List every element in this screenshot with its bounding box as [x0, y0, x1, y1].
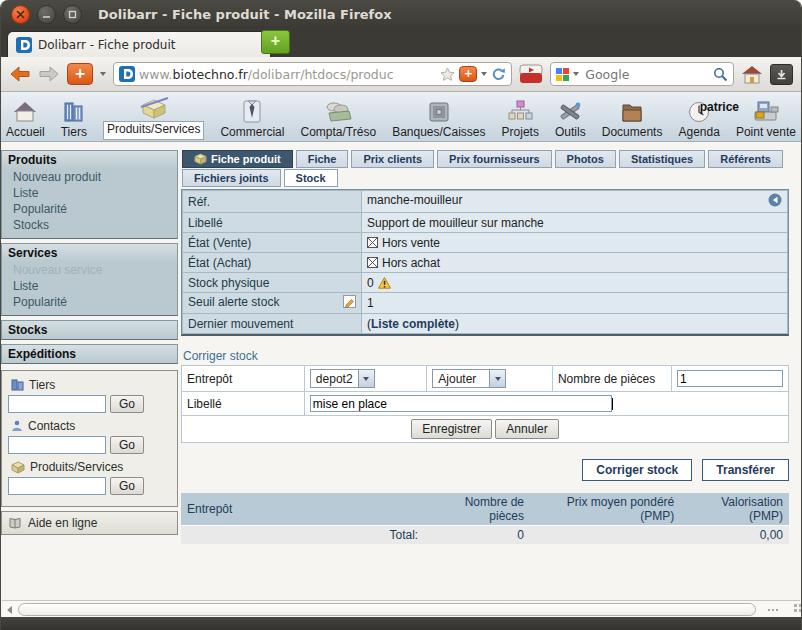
- warehouse-select[interactable]: depot2: [310, 369, 375, 388]
- browser-tab[interactable]: Dolibarr - Fiche produit: [7, 31, 271, 57]
- table-row: État (Vente) Hors vente: [183, 233, 788, 253]
- menu-banques-caisses[interactable]: Banques/Caisses: [391, 97, 486, 141]
- tab-prix-clients[interactable]: Prix clients: [351, 150, 434, 168]
- logged-in-user[interactable]: patrice: [700, 100, 739, 114]
- disabled-status-icon: [367, 257, 378, 268]
- menu-produits-services[interactable]: Produits/Services: [102, 93, 205, 141]
- table-row: Seuil alerte stock 1: [183, 293, 788, 314]
- menu-projets[interactable]: Projets: [501, 97, 540, 141]
- chevron-down-icon: [358, 370, 374, 387]
- resize-grip[interactable]: [794, 604, 797, 607]
- table-row: Stock physique 0: [183, 273, 788, 293]
- menu-documents[interactable]: Documents: [601, 97, 664, 141]
- sidebar-item-stocks[interactable]: Stocks: [2, 218, 177, 234]
- scrollbar-thumb[interactable]: [18, 603, 756, 616]
- qty-input[interactable]: [677, 370, 783, 387]
- downloads-button[interactable]: [770, 64, 793, 85]
- search-bar[interactable]: [550, 62, 734, 86]
- sidebar-section-title[interactable]: Services: [2, 244, 177, 262]
- table-row: Enregistrer Annuler: [182, 416, 789, 443]
- bookmark-star-icon[interactable]: [440, 67, 455, 82]
- search-products-go-button[interactable]: Go: [110, 477, 144, 495]
- sidebar-item-liste-produits[interactable]: Liste: [2, 186, 177, 202]
- tab-stock[interactable]: Stock: [284, 169, 338, 187]
- quick-add-button[interactable]: +: [67, 63, 93, 85]
- youtube-icon[interactable]: [519, 64, 543, 84]
- shirt-tie-icon: [240, 98, 264, 124]
- tab-statistiques[interactable]: Statistiques: [619, 150, 705, 168]
- add-bookmark-icon[interactable]: +: [459, 66, 477, 82]
- tab-fiche[interactable]: Fiche: [296, 150, 349, 168]
- menu-point-vente[interactable]: Point vente: [735, 97, 797, 141]
- menu-label: Documents: [602, 125, 663, 139]
- menu-commercial[interactable]: Commercial: [219, 97, 285, 141]
- sidebar-section-produits: Produits Nouveau produit Liste Popularit…: [1, 150, 178, 239]
- total-valuation: 0,00: [680, 526, 789, 545]
- reload-icon[interactable]: [491, 67, 506, 82]
- home-icon: [741, 65, 763, 84]
- field-value: 1: [362, 293, 788, 314]
- tab-prix-fournisseurs[interactable]: Prix fournisseurs: [437, 150, 551, 168]
- search-contacts-input[interactable]: [8, 436, 106, 454]
- back-circle-icon[interactable]: [768, 193, 782, 210]
- page-body: Produits Nouveau produit Liste Popularit…: [1, 142, 801, 603]
- direction-select[interactable]: Ajouter: [432, 369, 506, 388]
- search-products-input[interactable]: [8, 477, 106, 495]
- url-bar[interactable]: www.biotechno.fr/dolibarr/htdocs/produc …: [113, 62, 512, 86]
- search-contacts-go-button[interactable]: Go: [110, 436, 144, 454]
- label-input[interactable]: [310, 395, 612, 412]
- help-link[interactable]: Aide en ligne: [1, 511, 178, 535]
- window-maximize-button[interactable]: [63, 5, 82, 24]
- search-tiers-go-button[interactable]: Go: [110, 395, 144, 413]
- horizontal-scrollbar[interactable]: [2, 600, 800, 617]
- menu-compta-treso[interactable]: Compta/Tréso: [300, 97, 378, 141]
- tab-fiche-produit-title[interactable]: Fiche produit: [182, 150, 293, 168]
- cancel-button[interactable]: Annuler: [495, 419, 558, 439]
- save-button[interactable]: Enregistrer: [411, 419, 492, 439]
- quick-add-dropdown-icon[interactable]: [100, 72, 106, 76]
- back-button[interactable]: [9, 65, 31, 83]
- url-text[interactable]: www.biotechno.fr/dolibarr/htdocs/produc: [139, 67, 436, 82]
- scroll-left-arrow-icon[interactable]: [7, 606, 12, 614]
- sidebar-item-nouveau-produit[interactable]: Nouveau produit: [2, 170, 177, 186]
- menu-label: Compta/Tréso: [301, 125, 377, 139]
- home-button[interactable]: [741, 65, 763, 84]
- home-icon: [12, 98, 38, 124]
- tab-photos[interactable]: Photos: [555, 150, 616, 168]
- window-minimize-button[interactable]: [37, 5, 56, 24]
- menu-label: Agenda: [678, 125, 719, 139]
- new-tab-button[interactable]: +: [261, 30, 290, 54]
- field-value: Hors achat: [362, 253, 788, 273]
- menu-accueil[interactable]: Accueil: [5, 97, 46, 141]
- search-engine-dropdown-icon[interactable]: [573, 72, 579, 76]
- tab-referents[interactable]: Référents: [708, 150, 783, 168]
- transfer-button[interactable]: Transférer: [702, 459, 789, 481]
- text-cursor: [612, 398, 613, 410]
- sidebar-section-title[interactable]: Produits: [2, 151, 177, 169]
- sidebar-section-title[interactable]: Expéditions: [2, 345, 177, 363]
- sidebar-section-title[interactable]: Stocks: [2, 321, 177, 339]
- url-dropdown-icon[interactable]: [481, 72, 487, 76]
- tabs-row-2: Fichiers joints Stock: [182, 169, 789, 187]
- forward-button[interactable]: [38, 65, 60, 83]
- search-input[interactable]: [583, 66, 709, 83]
- menu-outils[interactable]: Outils: [554, 97, 587, 141]
- search-tiers-input[interactable]: [8, 395, 106, 413]
- correct-stock-button[interactable]: Corriger stock: [582, 459, 692, 481]
- warehouse-label: Entrepôt: [182, 366, 305, 392]
- sidebar-item-popularite-services[interactable]: Popularité: [2, 295, 177, 311]
- search-magnifier-icon[interactable]: [713, 67, 728, 82]
- org-chart-icon: [507, 98, 533, 124]
- menu-label: Projets: [502, 125, 539, 139]
- full-list-link[interactable]: Liste complète: [371, 317, 455, 331]
- tab-fichiers-joints[interactable]: Fichiers joints: [182, 169, 281, 187]
- menu-tiers[interactable]: Tiers: [60, 97, 88, 141]
- sidebar-item-liste-services[interactable]: Liste: [2, 279, 177, 295]
- sidebar-item-popularite-produits[interactable]: Popularité: [2, 202, 177, 218]
- field-label: Dernier mouvement: [183, 314, 362, 334]
- menu-label: Outils: [555, 125, 586, 139]
- field-value: Support de mouilleur sur manche: [362, 213, 788, 233]
- window-close-button[interactable]: [11, 5, 30, 24]
- total-label: Total:: [181, 526, 424, 545]
- edit-pencil-icon[interactable]: [343, 295, 356, 311]
